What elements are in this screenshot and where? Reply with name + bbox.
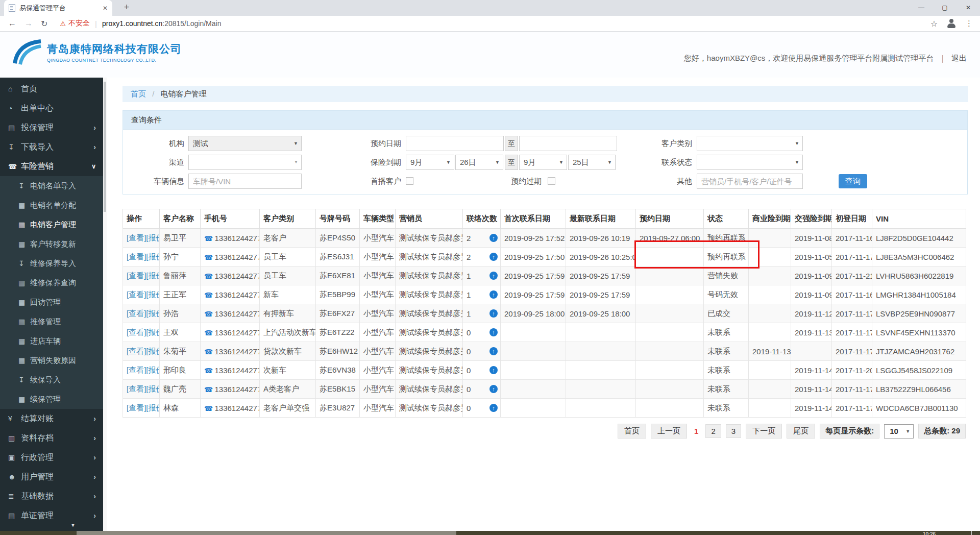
per-page-select[interactable]: 10 ▼	[884, 424, 914, 439]
sidebar-item-tele-list-import[interactable]: ↧电销名单导入	[0, 176, 103, 196]
sidebar-item-data-archive[interactable]: ▥资料存档›	[0, 428, 103, 448]
breadcrumb-home-link[interactable]: 首页	[131, 89, 146, 98]
contact-action-icon[interactable]: ↑	[489, 309, 498, 318]
sidebar-item-settlement-reconcile[interactable]: ¥结算对账›	[0, 409, 103, 428]
sidebar-item-maintenance-import[interactable]: ↧维修保养导入	[0, 254, 103, 273]
sidebar-item-home[interactable]: ⌂首页	[0, 79, 103, 99]
quote-link[interactable]: [报价]	[146, 309, 159, 318]
first-play-checkbox[interactable]	[406, 177, 413, 185]
contact-action-icon[interactable]: ↑	[489, 404, 498, 412]
sidebar-item-base-data[interactable]: ≣基础数据›	[0, 487, 103, 506]
sidebar-item-customer-transfer-renew[interactable]: ▦客户转移复新	[0, 234, 103, 254]
view-link[interactable]: [查看]	[127, 403, 146, 412]
quote-link[interactable]: [报价]	[146, 384, 159, 393]
phone-icon[interactable]: ☎	[204, 348, 213, 356]
contact-action-icon[interactable]: ↑	[489, 328, 498, 336]
search-button[interactable]: 查询	[839, 174, 867, 188]
view-link[interactable]: [查看]	[127, 384, 146, 393]
phone-icon[interactable]: ☎	[204, 253, 213, 261]
phone-icon[interactable]: ☎	[204, 404, 213, 412]
customer-type-select[interactable]: ▼	[697, 136, 803, 151]
insurance-to-day-select[interactable]: 25日 ▼	[568, 155, 616, 170]
security-warning-icon[interactable]: ⚠	[60, 20, 66, 28]
phone-icon[interactable]: ☎	[204, 234, 213, 242]
sidebar-item-renewal-management[interactable]: ▦续保管理	[0, 390, 103, 409]
sidebar-item-revisit-management[interactable]: ▦回访管理	[0, 293, 103, 312]
quote-link[interactable]: [报价]	[146, 290, 159, 299]
view-link[interactable]: [查看]	[127, 347, 146, 355]
window-maximize-button[interactable]: ▢	[933, 0, 957, 16]
phone-icon[interactable]: ☎	[204, 367, 213, 375]
contact-action-icon[interactable]: ↑	[489, 385, 498, 393]
quote-link[interactable]: [报价]	[146, 233, 159, 242]
page-button-3[interactable]: 3	[726, 424, 741, 438]
view-link[interactable]: [查看]	[127, 271, 146, 280]
reload-icon[interactable]: ↻	[41, 19, 47, 29]
tab-close-icon[interactable]: ✕	[103, 5, 108, 12]
contact-action-icon[interactable]: ↑	[489, 234, 498, 242]
phone-icon[interactable]: ☎	[204, 385, 213, 394]
org-select[interactable]: 测试 ▼	[188, 136, 302, 151]
sidebar-scrollbar-thumb[interactable]	[104, 82, 106, 212]
page-button-current[interactable]: 1	[692, 425, 701, 437]
sidebar-item-download-import[interactable]: ↧下载导入›	[0, 137, 103, 157]
quote-link[interactable]: [报价]	[146, 328, 159, 336]
quote-link[interactable]: [报价]	[146, 366, 159, 374]
sidebar-item-maintenance-query[interactable]: ▦维修保养查询	[0, 273, 103, 293]
page-prev-button[interactable]: 上一页	[651, 424, 687, 439]
url-host[interactable]: proxy1.countnet.cn	[102, 19, 162, 28]
view-link[interactable]: [查看]	[127, 252, 146, 261]
sidebar-item-repair-management[interactable]: ▦推修管理	[0, 312, 103, 331]
vehicle-info-input[interactable]	[188, 174, 302, 189]
phone-icon[interactable]: ☎	[204, 272, 213, 280]
page-button-2[interactable]: 2	[705, 424, 721, 438]
appt-date-to-input[interactable]	[519, 136, 617, 151]
appt-date-from-input[interactable]	[406, 136, 504, 151]
sidebar-item-instore-vehicles[interactable]: ▦进店车辆	[0, 331, 103, 351]
phone-icon[interactable]: ☎	[204, 291, 213, 299]
quote-link[interactable]: [报价]	[146, 403, 159, 412]
sidebar-item-admin-management[interactable]: ▣行政管理›	[0, 448, 103, 467]
back-icon[interactable]: ←	[8, 19, 16, 28]
page-next-button[interactable]: 下一页	[746, 424, 782, 439]
sidebar-item-tele-customer-management[interactable]: ▦电销客户管理	[0, 215, 103, 234]
sidebar-item-order-center[interactable]: ◔出单中心	[0, 99, 103, 118]
view-link[interactable]: [查看]	[127, 290, 146, 299]
url-path[interactable]: :20815/Login/Main	[162, 19, 221, 28]
view-link[interactable]: [查看]	[127, 366, 146, 374]
insurance-from-month-select[interactable]: 9月 ▼	[406, 155, 454, 170]
sidebar-item-renewal-import[interactable]: ↧续保导入	[0, 370, 103, 390]
bookmark-star-icon[interactable]: ☆	[930, 19, 938, 29]
contact-action-icon[interactable]: ↑	[489, 272, 498, 280]
browser-tab[interactable]: 易保通管理平台 ✕	[4, 0, 112, 16]
insurance-from-day-select[interactable]: 26日 ▼	[455, 155, 503, 170]
forward-icon[interactable]: →	[24, 19, 33, 28]
sidebar-item-user-management[interactable]: ☻用户管理›	[0, 467, 103, 487]
browser-menu-icon[interactable]: ⋮	[965, 19, 973, 28]
sidebar-item-tele-list-assign[interactable]: ▦电销名单分配	[0, 196, 103, 215]
appt-expired-checkbox[interactable]	[548, 177, 555, 185]
contact-status-select[interactable]: ▼	[697, 155, 803, 170]
new-tab-button[interactable]: +	[119, 0, 134, 16]
channel-select[interactable]: ▼	[188, 155, 302, 170]
page-first-button[interactable]: 首页	[618, 424, 646, 439]
sidebar-scroll-down-icon[interactable]: ▼	[70, 522, 76, 528]
phone-icon[interactable]: ☎	[204, 310, 213, 318]
contact-action-icon[interactable]: ↑	[489, 347, 498, 355]
other-input[interactable]	[697, 174, 803, 189]
view-link[interactable]: [查看]	[127, 328, 146, 336]
view-link[interactable]: [查看]	[127, 309, 146, 318]
taskbar-app-segment[interactable]	[77, 531, 456, 535]
quote-link[interactable]: [报价]	[146, 347, 159, 355]
page-last-button[interactable]: 尾页	[787, 424, 815, 439]
quote-link[interactable]: [报价]	[146, 252, 159, 261]
window-close-button[interactable]: ✕	[957, 0, 980, 16]
sidebar-item-insure-management[interactable]: ▤投保管理›	[0, 118, 103, 137]
not-secure-label[interactable]: 不安全	[68, 19, 90, 28]
contact-action-icon[interactable]: ↑	[489, 366, 498, 374]
profile-avatar-icon[interactable]	[946, 18, 957, 29]
logout-link[interactable]: 退出	[951, 54, 967, 63]
sidebar-item-document-management[interactable]: ▤单证管理›	[0, 506, 103, 525]
contact-action-icon[interactable]: ↑	[489, 253, 498, 261]
window-minimize-button[interactable]: —	[910, 0, 933, 16]
